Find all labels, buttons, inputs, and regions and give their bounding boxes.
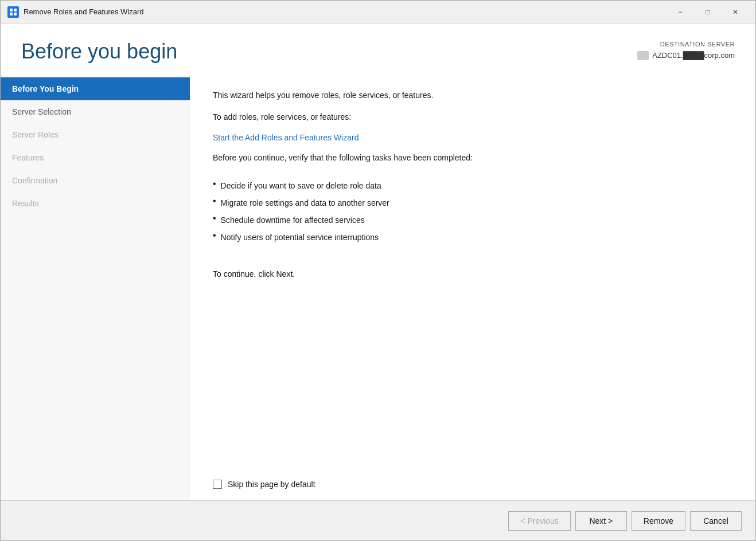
maximize-button[interactable]: □ xyxy=(695,3,721,21)
bullet-item-3: Schedule downtime for affected services xyxy=(213,212,732,228)
wizard-content: Before You Begin Server Selection Server… xyxy=(1,75,755,500)
svg-rect-3 xyxy=(14,13,17,15)
sidebar-item-label: Features xyxy=(12,153,44,162)
bullet-text-4: Notify users of potential service interr… xyxy=(221,229,379,245)
svg-rect-0 xyxy=(10,9,13,11)
bullet-text-3: Schedule downtime for affected services xyxy=(221,212,365,228)
svg-rect-1 xyxy=(14,9,17,11)
window-controls: − □ ✕ xyxy=(667,3,749,21)
add-roles-prompt: To add roles, role services, or features… xyxy=(213,111,732,123)
app-icon xyxy=(7,6,19,18)
close-button[interactable]: ✕ xyxy=(722,3,749,21)
verify-text: Before you continue, verify that the fol… xyxy=(213,151,732,164)
titlebar: Remove Roles and Features Wizard − □ ✕ xyxy=(1,1,755,23)
previous-button[interactable]: < Previous xyxy=(508,511,571,531)
cancel-button[interactable]: Cancel xyxy=(690,511,742,531)
main-content: This wizard helps you remove roles, role… xyxy=(190,75,755,500)
footer: < Previous Next > Remove Cancel xyxy=(1,500,755,540)
sidebar-item-before-you-begin[interactable]: Before You Begin xyxy=(1,77,190,100)
destination-server-label: DESTINATION SERVER xyxy=(637,40,735,50)
sidebar-item-confirmation: Confirmation xyxy=(1,169,190,192)
add-roles-link[interactable]: Start the Add Roles and Features Wizard xyxy=(213,133,732,142)
remove-button[interactable]: Remove xyxy=(632,511,685,531)
sidebar-item-features: Features xyxy=(1,146,190,169)
wizard-window: Remove Roles and Features Wizard − □ ✕ B… xyxy=(0,0,756,541)
sidebar-item-label: Results xyxy=(12,199,39,208)
svg-rect-2 xyxy=(10,13,13,15)
skip-page-row: Skip this page by default xyxy=(213,480,732,489)
sidebar-item-server-selection[interactable]: Server Selection xyxy=(1,100,190,123)
sidebar-item-label: Server Roles xyxy=(12,130,59,139)
skip-page-label[interactable]: Skip this page by default xyxy=(228,480,315,489)
server-name-text: AZDC01.████corp.com xyxy=(652,50,735,62)
sidebar-item-label: Confirmation xyxy=(12,176,57,185)
server-icon xyxy=(637,51,649,60)
sidebar-item-label: Server Selection xyxy=(12,107,71,116)
bullet-list: Decide if you want to save or delete rol… xyxy=(213,178,732,246)
sidebar-item-server-roles: Server Roles xyxy=(1,123,190,146)
skip-page-checkbox[interactable] xyxy=(213,480,222,489)
sidebar-item-label: Before You Begin xyxy=(12,84,79,93)
sidebar: Before You Begin Server Selection Server… xyxy=(1,75,190,500)
destination-server-info: DESTINATION SERVER AZDC01.████corp.com xyxy=(637,40,735,61)
sidebar-item-results: Results xyxy=(1,192,190,215)
window-title: Remove Roles and Features Wizard xyxy=(24,7,667,16)
bullet-item-4: Notify users of potential service interr… xyxy=(213,229,732,245)
continue-text: To continue, click Next. xyxy=(213,269,732,279)
bullet-text-2: Migrate role settings and data to anothe… xyxy=(221,195,389,211)
intro-text: This wizard helps you remove roles, role… xyxy=(213,89,732,101)
next-button[interactable]: Next > xyxy=(575,511,627,531)
page-title: Before you begin xyxy=(21,40,177,64)
bullet-text-1: Decide if you want to save or delete rol… xyxy=(221,178,381,194)
wizard-header: Before you begin DESTINATION SERVER AZDC… xyxy=(1,23,755,75)
wizard-body: Before you begin DESTINATION SERVER AZDC… xyxy=(1,23,755,540)
bullet-item-2: Migrate role settings and data to anothe… xyxy=(213,195,732,211)
server-name: AZDC01.████corp.com xyxy=(637,50,735,62)
minimize-button[interactable]: − xyxy=(667,3,693,21)
bullet-item-1: Decide if you want to save or delete rol… xyxy=(213,178,732,194)
